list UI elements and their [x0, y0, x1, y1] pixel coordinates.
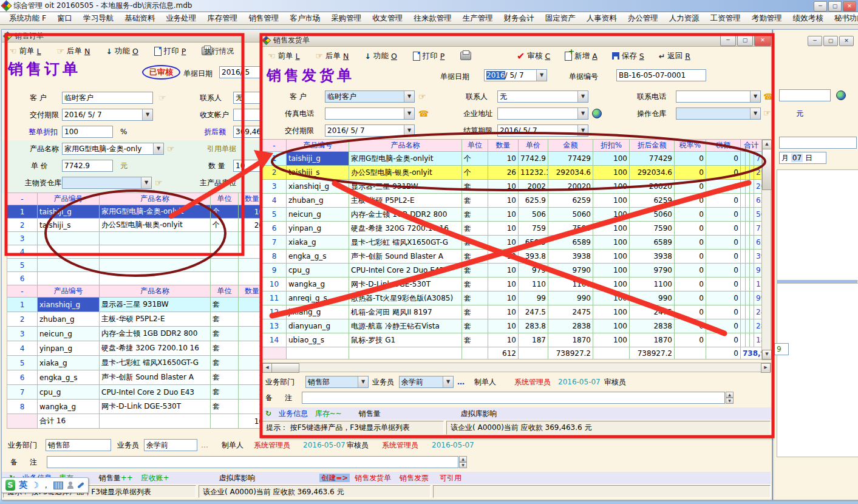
- keyboard-icon[interactable]: [53, 482, 63, 489]
- column-header[interactable]: 单位: [462, 140, 488, 152]
- wrench-icon[interactable]: [77, 482, 84, 488]
- customer-combo[interactable]: 临时客户▼: [325, 90, 415, 103]
- table-row[interactable]: 4zhuban_g主板-华硕 P5PL2-E套10625.96259100625…: [262, 194, 762, 208]
- menu-item[interactable]: 销售管理: [243, 13, 284, 24]
- note-field[interactable]: [47, 456, 458, 468]
- contact-combo[interactable]: 无▼: [497, 90, 588, 103]
- table-row[interactable]: 14ubiao_g_s鼠标-罗技 G1套10187187010018700018…: [262, 333, 762, 347]
- menu-item[interactable]: 人事资料: [581, 13, 622, 24]
- delivery-date-combo[interactable]: 2016/ 5/ 7▼: [325, 124, 415, 137]
- create-delivery-link[interactable]: 销售发货单: [355, 474, 391, 482]
- column-header[interactable]: 产品编号: [38, 193, 100, 205]
- menu-item[interactable]: 绩效考核: [788, 13, 829, 24]
- table-row[interactable]: 10wangka_g网卡-D-Link DGE-530T套10110110010…: [262, 278, 762, 291]
- column-header[interactable]: -: [7, 193, 38, 205]
- app-close-button[interactable]: ✕: [843, 1, 856, 12]
- toolbar-button-后单[interactable]: ☞后单N: [57, 46, 90, 56]
- fax-combo[interactable]: ▼: [325, 107, 415, 120]
- price-field[interactable]: 7742.9: [62, 160, 113, 172]
- table-row[interactable]: 7xiaka_g显卡-七彩虹 镭风X1650GT-G套10658.9658910…: [262, 236, 762, 250]
- menu-item[interactable]: 财务会计: [499, 13, 540, 24]
- toolbar-button-功能[interactable]: ↓功能O: [364, 51, 397, 61]
- address-combo[interactable]: ▼: [497, 107, 588, 120]
- bg-partial-field[interactable]: [779, 89, 831, 101]
- table-hscrollbar[interactable]: ◀ ▶: [262, 363, 771, 372]
- pick-product-icon[interactable]: ☞: [167, 145, 175, 152]
- pick-warehouse-icon[interactable]: ☞: [763, 109, 771, 117]
- table-row[interactable]: 11anreqi_g_s散热器-Tt火星9彩色版(A3085)套10999901…: [262, 291, 762, 305]
- column-header[interactable]: 单位: [211, 285, 239, 298]
- menu-item[interactable]: 往来款管理: [408, 13, 457, 24]
- delivery-restore-button[interactable]: ▢: [737, 35, 753, 46]
- toolbar-button-打印[interactable]: 打印P: [154, 46, 186, 56]
- app-minimize-button[interactable]: ─: [814, 1, 827, 12]
- menu-item[interactable]: 业务处理: [160, 13, 202, 24]
- table-row[interactable]: 12jixiang_g机箱-金河田 飓风II 8197套10247.524751…: [262, 305, 762, 319]
- column-header[interactable]: 金额: [548, 140, 593, 152]
- delivery-close-button[interactable]: ✕: [754, 35, 771, 46]
- column-header[interactable]: 产品名称: [100, 285, 211, 298]
- user-icon[interactable]: [67, 482, 73, 489]
- pick-warehouse-icon[interactable]: ☞: [155, 179, 163, 186]
- table-row[interactable]: 8engka_g_s声卡-创新 Sound Blaster A套10393.83…: [262, 250, 762, 264]
- table-vscrollbar[interactable]: ▲ ▼: [761, 139, 771, 360]
- moon-icon[interactable]: ☽: [31, 480, 39, 490]
- column-header[interactable]: 产品编号: [38, 285, 100, 298]
- ime-logo-icon[interactable]: S: [5, 480, 15, 491]
- table-row[interactable]: 1taishiji_g家用G型电脑-金奥-onlyit个107742.97742…: [262, 152, 762, 166]
- settle-date-combo[interactable]: 2016/ 5/ 7▼: [497, 124, 588, 137]
- menu-item[interactable]: 客户市场: [284, 13, 325, 24]
- bg-minimize-button[interactable]: ─: [808, 36, 822, 46]
- column-header[interactable]: 合计: [741, 140, 762, 152]
- pick-customer-icon[interactable]: ☞: [418, 93, 426, 100]
- create-invoice-link[interactable]: 销售发票: [400, 474, 429, 482]
- biz-info-link[interactable]: 业务信息: [279, 409, 308, 418]
- menu-item[interactable]: 考勤管理: [746, 13, 788, 24]
- customer-field[interactable]: 临时客户: [62, 92, 153, 104]
- globe-icon[interactable]: [836, 90, 846, 100]
- column-header[interactable]: 折后金额: [630, 140, 675, 152]
- table-row[interactable]: 6yinpan_g硬盘-希捷 320G 7200.10 16套107597590…: [262, 222, 762, 236]
- toolbar-button-打印[interactable]: 打印P: [413, 51, 445, 61]
- note-spinner[interactable]: ▲▼: [726, 392, 734, 404]
- ime-punctuation[interactable]: ，: [43, 480, 50, 491]
- delivery-minimize-button[interactable]: ─: [720, 35, 736, 46]
- column-header[interactable]: -: [7, 285, 38, 298]
- column-header[interactable]: 产品编号: [287, 140, 349, 152]
- bg-date-fragment[interactable]: 月 07 日: [779, 152, 826, 164]
- note-spinner[interactable]: ▲▼: [459, 456, 467, 468]
- menu-item[interactable]: 学习导航: [78, 13, 119, 24]
- doc-no-field[interactable]: BB-16-05-07-0001: [616, 69, 706, 81]
- note-field[interactable]: [302, 392, 725, 404]
- ime-bar[interactable]: S 英 ☽ ，: [1, 477, 89, 493]
- phone-combo[interactable]: ▼: [676, 90, 761, 103]
- stock-link[interactable]: 库存~~: [315, 409, 342, 418]
- menu-item[interactable]: 固定资产: [540, 13, 581, 24]
- toolbar-button-保存[interactable]: 保存S: [612, 51, 644, 61]
- table-row[interactable]: 13dianyuan_g电源-航嘉 冷静王钻石Vista套10283.82838…: [262, 319, 762, 333]
- clerk-combo[interactable]: 余学前▼: [399, 376, 454, 388]
- toolbar-button-前单[interactable]: ☜前单L: [268, 51, 300, 61]
- toolbar-button-前单[interactable]: ☜前单L: [9, 46, 41, 56]
- column-header[interactable]: -: [262, 140, 287, 152]
- create-action[interactable]: 创建=>: [319, 474, 350, 482]
- menu-item[interactable]: 生产管理: [457, 13, 499, 24]
- more-button[interactable]: …: [201, 439, 208, 451]
- table-row[interactable]: 9cpu_gCPU-Intel Core 2 Duo E43套109799790…: [262, 264, 762, 278]
- more-button[interactable]: …: [457, 376, 465, 388]
- reference-doc-link[interactable]: 引用单据: [207, 143, 236, 155]
- table-row[interactable]: 2taishiji_s办公S型电脑-银奥-onlyit个2611232.1292…: [262, 166, 762, 180]
- toolbar-button-返回[interactable]: ↵返回R: [659, 51, 690, 61]
- menu-item[interactable]: 窗口: [52, 13, 78, 24]
- column-header[interactable]: 税率%: [675, 140, 706, 152]
- column-header[interactable]: 产品名称: [100, 193, 211, 205]
- dept-combo[interactable]: 销售部▼: [305, 376, 369, 388]
- column-header[interactable]: 单价: [519, 140, 548, 152]
- toolbar-button-新增[interactable]: 新增A: [565, 51, 598, 61]
- phone-icon[interactable]: ☎: [418, 109, 429, 118]
- clerk-field[interactable]: 余学前: [144, 439, 197, 451]
- bg-partial-field-2[interactable]: [779, 137, 857, 149]
- bg-close-button[interactable]: ✕: [839, 36, 854, 46]
- toolbar-button-后单[interactable]: ☞后单N: [316, 51, 349, 61]
- discount-field[interactable]: 100: [62, 126, 113, 138]
